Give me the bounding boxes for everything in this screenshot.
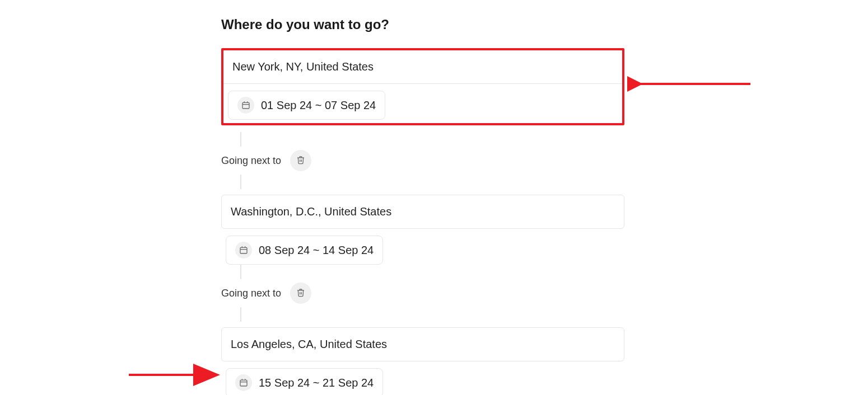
highlight-first-destination: 01 Sep 24 ~ 07 Sep 24 xyxy=(221,48,624,125)
going-next-label: Going next to xyxy=(221,288,281,299)
delete-destination-button-3[interactable] xyxy=(290,283,311,304)
svg-rect-0 xyxy=(242,102,249,109)
svg-rect-8 xyxy=(240,380,247,386)
destination-input-3[interactable] xyxy=(221,327,624,361)
delete-destination-button-2[interactable] xyxy=(290,150,311,171)
date-range-picker-1[interactable]: 01 Sep 24 ~ 07 Sep 24 xyxy=(228,91,385,120)
date-range-picker-3[interactable]: 15 Sep 24 ~ 21 Sep 24 xyxy=(226,368,383,395)
date-range-text: 08 Sep 24 ~ 14 Sep 24 xyxy=(259,244,374,257)
going-next-label: Going next to xyxy=(221,155,281,167)
svg-rect-4 xyxy=(240,247,247,253)
annotation-arrow-2 xyxy=(126,364,224,386)
destination-input-2[interactable] xyxy=(221,195,624,229)
destination-input-1[interactable] xyxy=(223,50,622,84)
connector-line xyxy=(240,265,241,279)
date-range-text: 15 Sep 24 ~ 21 Sep 24 xyxy=(259,377,374,389)
trash-icon xyxy=(296,156,305,166)
connector-line xyxy=(240,307,241,322)
connector-line xyxy=(240,132,241,147)
page-title: Where do you want to go? xyxy=(221,17,624,32)
calendar-icon xyxy=(235,374,252,391)
annotation-arrow-1 xyxy=(627,73,756,95)
trash-icon xyxy=(296,288,305,299)
calendar-icon xyxy=(237,97,254,114)
connector-line xyxy=(240,175,241,189)
date-range-picker-2[interactable]: 08 Sep 24 ~ 14 Sep 24 xyxy=(226,236,383,265)
calendar-icon xyxy=(235,242,252,258)
date-range-text: 01 Sep 24 ~ 07 Sep 24 xyxy=(261,99,376,112)
